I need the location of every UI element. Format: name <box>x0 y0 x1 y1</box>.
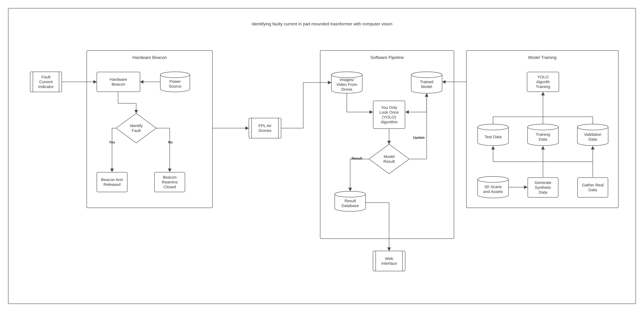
node-gen-synth: Generate Synthetic Data <box>528 178 558 198</box>
node-fpl-drones-label: FPL Air Drones <box>252 118 278 138</box>
edge-label-result: Result <box>350 156 364 160</box>
node-trained-model-label: Trained Model <box>412 78 442 90</box>
node-web-interface-label: Web Interface <box>376 251 402 271</box>
diagram-title: Identifying faulty current in pad mounde… <box>201 22 443 26</box>
node-fault-current-indicator-label: Fault Current Indicator <box>33 72 59 92</box>
node-identify-fault-label: Identify Fault <box>123 122 150 134</box>
node-result-db-label: Result Database <box>336 196 364 210</box>
node-training-data-label: Training Data <box>528 130 558 144</box>
group-software-title: Software Pipeline <box>320 55 454 60</box>
node-validation-data-label: Vaildation Data <box>578 130 608 144</box>
group-training-title: Model Training <box>466 55 618 60</box>
node-model-result-label: Model Result <box>376 154 402 164</box>
node-beacon-remains-closed: Beacon Reamins Closed <box>154 172 185 192</box>
node-hardware-beacon: Hardware Beacon <box>96 72 140 92</box>
node-images-video-label: Images/ Video From Drone <box>332 77 362 92</box>
node-beacon-arm-released: Beacon Arm Released <box>96 172 128 192</box>
node-yolo-algorithm: You Only Look Once (YOLO) Algorithm <box>373 101 405 129</box>
edge-label-yes: Yes <box>109 140 116 144</box>
node-scans-assets-label: 3D Scans and Assets <box>478 182 508 196</box>
node-gather-real: Gather Real Data <box>577 178 608 198</box>
node-test-data-label: Test Data <box>478 130 508 144</box>
edge-label-update: Update <box>412 136 426 140</box>
node-power-source-label: Power Source <box>161 77 189 90</box>
node-yolo-training: YOLO Algorith Training <box>527 72 559 92</box>
group-hardware-title: Hardware Beacon <box>86 55 213 60</box>
edge-label-no: No <box>167 140 174 144</box>
